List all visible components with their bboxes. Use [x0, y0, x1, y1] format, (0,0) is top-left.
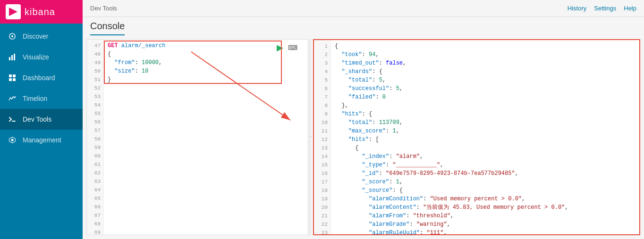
timelion-icon: [8, 94, 17, 103]
code-line-48: {: [108, 50, 304, 58]
output-line-3: "timed_out": false,: [335, 59, 636, 67]
wrench-button[interactable]: ⌨: [287, 43, 298, 52]
code-line-50: "size": 10: [108, 67, 304, 75]
svg-rect-7: [13, 74, 16, 77]
svg-rect-5: [14, 54, 15, 60]
output-line-4: "_shards": {: [335, 67, 636, 76]
output-line-12: "hits": [: [335, 135, 636, 144]
content-header: Console: [83, 17, 644, 35]
code-line-64: [108, 186, 304, 194]
discover-icon: [8, 32, 17, 41]
run-button[interactable]: ▶: [276, 41, 284, 54]
output-line-10: "total": 113709,: [335, 118, 636, 127]
history-link[interactable]: History: [568, 5, 586, 12]
code-line-51: }: [108, 75, 304, 84]
sidebar-item-label-timelion: Timelion: [23, 95, 47, 102]
sidebar-item-label-discover: Discover: [23, 33, 48, 40]
sidebar: kibana Discover Visualize Dashboard Time…: [0, 0, 83, 239]
console-area: 47 48 49 50 51 52 53 54 55 56 57 58 59 6…: [86, 39, 640, 235]
svg-point-2: [11, 35, 13, 37]
code-line-65: [108, 194, 304, 203]
sidebar-item-label-dashboard: Dashboard: [23, 74, 55, 82]
sidebar-navigation: Discover Visualize Dashboard Timelion De…: [0, 24, 83, 239]
topbar-title: Dev Tools: [90, 5, 117, 12]
sidebar-item-devtools[interactable]: Dev Tools: [0, 109, 83, 130]
code-line-58: [108, 135, 304, 143]
output-line-7: "failed": 0: [335, 93, 636, 101]
output-line-5: "total": 5,: [335, 76, 636, 84]
code-line-61: [108, 160, 304, 169]
svg-point-11: [11, 139, 14, 141]
management-icon: [8, 135, 17, 145]
topbar-actions: History Settings Help: [568, 5, 636, 12]
code-line-59: [108, 143, 304, 152]
code-line-66: [108, 203, 304, 211]
code-line-62: [108, 169, 304, 177]
output-line-17: "_score": 1,: [335, 178, 636, 186]
topbar: Dev Tools History Settings Help: [83, 0, 644, 17]
main-content: Dev Tools History Settings Help Console …: [83, 0, 644, 239]
sidebar-item-label-visualize: Visualize: [23, 53, 49, 61]
action-buttons: ▶ ⌨: [276, 41, 298, 54]
output-line-18: "_source": {: [335, 186, 636, 195]
code-line-67: [108, 211, 304, 220]
output-content: 1 2 3 4 5 6 7 8 9 10 11 12 13 14 15 16 1: [314, 40, 639, 234]
sidebar-item-label-devtools: Dev Tools: [23, 115, 51, 123]
output-line-8: },: [335, 101, 636, 110]
sidebar-item-dashboard[interactable]: Dashboard: [0, 67, 83, 88]
code-line-52: [108, 84, 304, 92]
svg-rect-8: [9, 78, 12, 81]
sidebar-item-visualize[interactable]: Visualize: [0, 47, 83, 67]
output-line-11: "max_score": 1,: [335, 127, 636, 135]
devtools-icon: [8, 115, 17, 124]
code-line-49: "from": 10000,: [108, 58, 304, 67]
svg-rect-6: [9, 74, 12, 77]
code-line-56: [108, 118, 304, 126]
output-line-19: "alarmCondition": "Used memory percent >…: [335, 195, 636, 203]
output-line-6: "successful": 5,: [335, 84, 636, 93]
left-editor-pane[interactable]: 47 48 49 50 51 52 53 54 55 56 57 58 59 6…: [86, 39, 308, 235]
svg-rect-4: [11, 55, 13, 60]
output-line-13: {: [335, 144, 636, 152]
output-line-22: "alarmGrade": "warning",: [335, 220, 636, 229]
output-line-15: "_type": "____________",: [335, 161, 636, 169]
svg-rect-3: [9, 57, 10, 60]
right-output-pane[interactable]: 1 2 3 4 5 6 7 8 9 10 11 12 13 14 15 16 1: [313, 39, 640, 235]
sidebar-item-management[interactable]: Management: [0, 130, 83, 150]
svg-marker-0: [9, 8, 17, 16]
left-line-numbers: 47 48 49 50 51 52 53 54 55 56 57 58 59 6…: [87, 40, 104, 235]
sidebar-item-timelion[interactable]: Timelion: [0, 88, 83, 109]
right-code-content[interactable]: { "took": 94, "timed_out": false, "_shar…: [331, 40, 639, 234]
output-line-14: "_index": "alarm",: [335, 152, 636, 161]
output-line-1: {: [335, 42, 636, 50]
console-title: Console: [90, 21, 125, 35]
code-line-53: [108, 92, 304, 101]
svg-rect-9: [13, 78, 16, 81]
sidebar-item-discover[interactable]: Discover: [0, 26, 83, 47]
output-line-23: "alarmRuleUuid": "111",: [335, 229, 636, 234]
help-link[interactable]: Help: [624, 5, 636, 12]
output-line-9: "hits": {: [335, 110, 636, 118]
code-line-68: [108, 220, 304, 228]
output-line-2: "took": 94,: [335, 50, 636, 59]
code-line-69: [108, 228, 304, 235]
sidebar-item-label-management: Management: [23, 136, 61, 144]
left-code-content[interactable]: GET alarm/_search { "from": 10000, "size…: [104, 40, 308, 235]
output-line-21: "alarmFrom": "threshold",: [335, 212, 636, 220]
code-line-63: [108, 177, 304, 186]
code-line-57: [108, 126, 304, 135]
code-line-60: [108, 152, 304, 160]
code-line-55: [108, 109, 304, 118]
code-line-47: GET alarm/_search: [108, 41, 304, 50]
output-line-20: "alarmContent": "当前值为 45.83, Used memory…: [335, 203, 636, 212]
visualize-icon: [8, 52, 17, 62]
settings-link[interactable]: Settings: [594, 5, 616, 12]
right-line-numbers: 1 2 3 4 5 6 7 8 9 10 11 12 13 14 15 16 1: [314, 40, 331, 234]
sidebar-logo: kibana: [0, 0, 83, 24]
dashboard-icon: [8, 73, 17, 82]
code-line-54: [108, 101, 304, 109]
drag-handle[interactable]: ⋮: [308, 39, 311, 235]
kibana-icon: [6, 4, 21, 19]
output-line-16: "_id": "649e7579-8295-4923-874b-7ea577b2…: [335, 169, 636, 178]
kibana-logo-text: kibana: [25, 7, 55, 17]
